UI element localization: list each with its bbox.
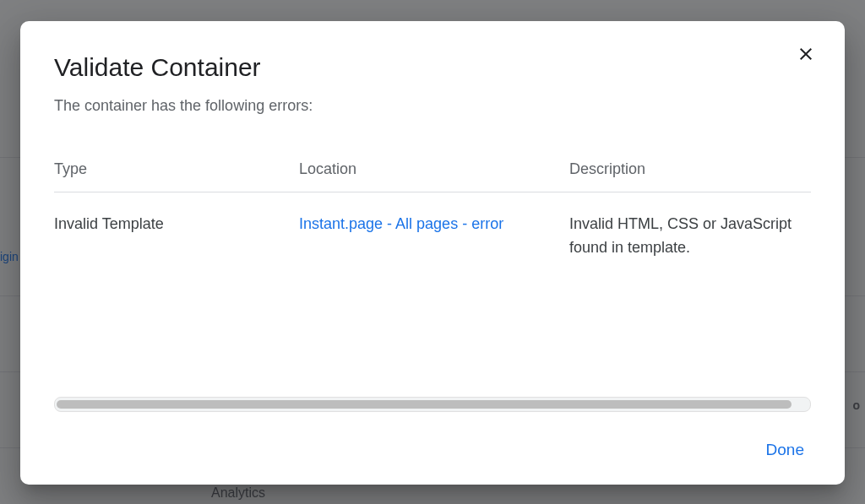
table-row: Invalid TemplateInstant.page - All pages… [54, 192, 811, 260]
error-location-link[interactable]: Instant.page - All pages - error [299, 215, 503, 232]
dialog-subtitle: The container has the following errors: [54, 97, 811, 115]
close-icon [796, 44, 816, 67]
error-description: Invalid HTML, CSS or JavaScript found in… [569, 192, 811, 260]
horizontal-scrollbar[interactable] [54, 397, 811, 412]
table-header-row: Type Location Description [54, 160, 811, 192]
scrollbar-thumb[interactable] [57, 400, 792, 409]
error-type: Invalid Template [54, 192, 299, 260]
errors-table: Type Location Description Invalid Templa… [54, 160, 811, 412]
done-button[interactable]: Done [759, 436, 811, 464]
modal-overlay: Validate Container The container has the… [0, 0, 865, 504]
dialog-footer: Done [54, 412, 811, 464]
validate-container-dialog: Validate Container The container has the… [20, 21, 845, 485]
col-header-type: Type [54, 160, 299, 178]
dialog-title: Validate Container [54, 53, 811, 82]
close-button[interactable] [787, 36, 824, 73]
col-header-description: Description [569, 160, 811, 178]
col-header-location: Location [299, 160, 569, 178]
